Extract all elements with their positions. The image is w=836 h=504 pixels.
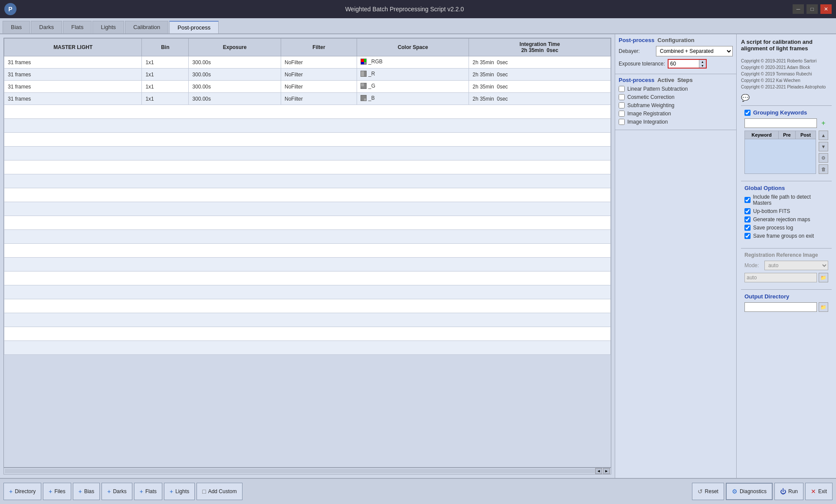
save-process-checkbox[interactable] xyxy=(744,225,751,231)
add-keyword-button[interactable]: + xyxy=(819,118,828,128)
integration-label: Image Integration xyxy=(627,119,668,125)
cosmetic-row: Cosmetic Correction xyxy=(619,94,733,100)
mode-text-field[interactable] xyxy=(744,273,817,282)
info-title: A script for calibration and alignment o… xyxy=(741,39,832,52)
registration-checkbox[interactable] xyxy=(619,111,625,117)
include-filepath-checkbox[interactable] xyxy=(744,197,751,203)
move-up-button[interactable]: ▲ xyxy=(819,131,828,140)
spin-down-button[interactable]: ▼ xyxy=(699,64,706,68)
up-bottom-fits-checkbox[interactable] xyxy=(744,208,751,214)
grouping-text-input[interactable] xyxy=(744,118,817,128)
window-controls: ─ □ ✕ xyxy=(793,4,832,14)
reset-icon: ↺ xyxy=(698,488,703,495)
tab-darks[interactable]: Darks xyxy=(31,21,62,33)
registration-row: Image Registration xyxy=(619,111,733,117)
keyword-table: Keyword Pre Post xyxy=(744,131,816,174)
subframe-checkbox[interactable] xyxy=(619,102,625,108)
directory-add-icon: + xyxy=(9,488,13,495)
settings-button[interactable]: ⚙ xyxy=(819,153,828,163)
grouping-checkbox[interactable] xyxy=(744,110,751,116)
flats-button[interactable]: + Flats xyxy=(134,483,162,500)
spin-up-button[interactable]: ▲ xyxy=(699,60,706,64)
svg-rect-3 xyxy=(364,62,367,65)
right-config-panel: Post-process Configuration Debayer: Comb… xyxy=(615,34,736,478)
cell-filter: NoFilter xyxy=(281,69,357,81)
post-col-header: Post xyxy=(795,131,816,139)
exit-button[interactable]: ✕ Exit xyxy=(805,483,833,500)
mode-select[interactable]: auto manual xyxy=(764,261,828,270)
tab-flats[interactable]: Flats xyxy=(63,21,92,33)
tab-calibration[interactable]: Calibration xyxy=(125,21,168,33)
diagnostics-button[interactable]: ⚙ Diagnostics xyxy=(726,483,773,500)
darks-button[interactable]: + Darks xyxy=(102,483,132,500)
mode-input-row: 📁 xyxy=(744,273,828,282)
cell-exposure: 300.00s xyxy=(189,81,281,93)
files-button[interactable]: + Files xyxy=(43,483,71,500)
col-filter: Filter xyxy=(281,39,357,56)
exposure-tolerance-row: Exposure tolerance: ▲ ▼ xyxy=(619,59,733,69)
reset-button[interactable]: ↺ Reset xyxy=(692,483,724,500)
cell-filter: NoFilter xyxy=(281,56,357,69)
exit-icon: ✕ xyxy=(811,488,816,495)
scroll-right[interactable]: ► xyxy=(603,468,610,474)
gen-rejection-checkbox[interactable] xyxy=(744,216,751,223)
linear-pattern-label: Linear Pattern Subtraction xyxy=(627,86,688,92)
cell-colorspace: _R xyxy=(357,69,469,81)
maximize-button[interactable]: □ xyxy=(806,4,818,14)
exposure-label: Exposure tolerance: xyxy=(619,61,665,67)
scrollbar-track[interactable] xyxy=(5,469,595,473)
bias-button[interactable]: + Bias xyxy=(73,483,100,500)
tab-bias[interactable]: Bias xyxy=(3,21,30,33)
grouping-title: Grouping Keywords xyxy=(753,109,807,116)
run-button[interactable]: ⏻ Run xyxy=(774,483,803,500)
save-frame-groups-checkbox[interactable] xyxy=(744,233,751,239)
directory-button[interactable]: + Directory xyxy=(3,483,41,500)
col-bin: Bin xyxy=(142,39,189,56)
bottom-toolbar: + Directory + Files + Bias + Darks + Fla… xyxy=(0,478,836,504)
app-logo: P xyxy=(4,3,16,15)
table-row-empty xyxy=(4,105,611,119)
tab-lights[interactable]: Lights xyxy=(92,21,124,33)
mode-label: Mode: xyxy=(744,262,762,268)
tab-postprocess[interactable]: Post-process xyxy=(169,21,219,33)
cell-colorspace: _RGB xyxy=(357,56,469,69)
global-options-section: Global Options Include file path to dete… xyxy=(741,181,832,245)
bias-label: Bias xyxy=(84,488,94,494)
postprocess-config-header: Post-process Configuration xyxy=(619,37,733,43)
table-row-empty xyxy=(4,285,611,299)
cell-master-light: 31 frames xyxy=(4,69,142,81)
files-label: Files xyxy=(54,488,65,494)
table-row-empty xyxy=(4,299,611,313)
color-swatch-b: _B xyxy=(361,95,375,101)
directory-label: Directory xyxy=(15,488,36,494)
window-title: Weighted Batch Preprocessing Script v2.2… xyxy=(16,6,793,13)
add-custom-button[interactable]: □ Add Custom xyxy=(197,483,243,500)
lights-button[interactable]: + Lights xyxy=(164,483,195,500)
output-folder-button[interactable]: 📁 xyxy=(819,302,828,312)
keyword-col-header: Keyword xyxy=(745,131,779,139)
regref-folder-button[interactable]: 📁 xyxy=(819,273,828,282)
cell-colorspace: _G xyxy=(357,81,469,93)
delete-button[interactable]: 🗑 xyxy=(819,164,828,174)
debayer-select[interactable]: Combined + Separated Combined only Separ… xyxy=(656,46,733,56)
svg-rect-9 xyxy=(364,98,367,101)
cell-filter: NoFilter xyxy=(281,93,357,105)
table-row-empty xyxy=(4,327,611,341)
scroll-left[interactable]: ◄ xyxy=(595,468,602,474)
cell-integration: 2h 35min 0sec xyxy=(469,93,611,105)
linear-pattern-checkbox[interactable] xyxy=(619,86,625,92)
table-row: 31 frames 1x1 300.00s NoFilter xyxy=(4,93,611,105)
cell-filter: NoFilter xyxy=(281,81,357,93)
cosmetic-checkbox[interactable] xyxy=(619,94,625,100)
close-button[interactable]: ✕ xyxy=(820,4,832,14)
grouping-input-row: + xyxy=(744,118,828,128)
active-steps-section: Post-process Active Steps Linear Pattern… xyxy=(615,74,736,130)
integration-checkbox[interactable] xyxy=(619,119,625,125)
move-down-button[interactable]: ▼ xyxy=(819,142,828,151)
exposure-input[interactable] xyxy=(669,60,699,68)
keyword-side-buttons: ▲ ▼ ⚙ 🗑 xyxy=(819,131,828,174)
cell-colorspace: _B xyxy=(357,93,469,105)
minimize-button[interactable]: ─ xyxy=(793,4,804,14)
horizontal-scrollbar[interactable]: ◄ ► xyxy=(3,468,611,475)
output-directory-input[interactable] xyxy=(744,302,817,312)
